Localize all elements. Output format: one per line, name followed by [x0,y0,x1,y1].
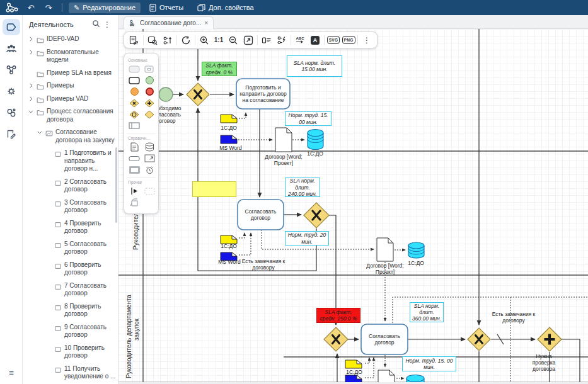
tree-item[interactable]: Процесс согласования договора [23,105,118,126]
palette-document[interactable] [128,142,141,152]
rail-share-nodes-tab[interactable] [3,62,20,78]
tree-item[interactable]: 4 Проверить договор [23,217,118,238]
chevron-right-icon[interactable] [28,82,34,89]
palette-task[interactable] [128,76,141,85]
palette-subprocess-ghost[interactable] [128,64,141,74]
palette-database[interactable] [143,142,156,152]
app-logo-icon[interactable] [4,1,20,14]
palette-start-event[interactable] [143,76,156,85]
rail-roles-tab[interactable] [3,104,20,121]
palette-timer[interactable] [143,165,156,174]
extra-properties-button[interactable]: Доп. свойства [192,3,259,13]
palette-offpage-connector[interactable] [128,198,141,207]
rail-edit-models-tab[interactable] [3,126,20,142]
sla-norm-label-3[interactable]: SLA норм. длит. 360.00 мин. [410,302,444,322]
note-proverka[interactable]: Нужна проверка договора [527,353,561,372]
tree-item[interactable]: Согласование договора на закупку [23,126,118,147]
tree-item[interactable]: 5 Согласовать договор [23,238,118,259]
palette-task-small[interactable] [143,64,156,74]
note-zamechaniya-2[interactable]: Есть замечания к договору [489,311,538,324]
navigate-hierarchy-button[interactable] [160,33,175,47]
gateway-exclusive-3[interactable] [324,327,348,351]
palette-intermediate-event[interactable] [128,87,141,96]
tree-menu-kebab-icon[interactable]: ⋮ [101,20,113,29]
rail-activity-tab[interactable] [3,19,20,35]
rail-users-tab[interactable] [3,40,20,57]
zoom-level-button[interactable]: 1:1 [212,33,226,47]
refresh-button[interactable] [178,33,193,47]
gateway-exclusive-4[interactable] [468,328,490,351]
palette-gateway-plain[interactable] [143,110,156,119]
lane-label[interactable]: Руководитель [132,210,139,250]
tree-item[interactable]: 6 Проверить договор [23,259,118,280]
folder-1c-do-1[interactable] [221,115,237,123]
tree-item[interactable]: Примеры [23,79,118,93]
diagram-canvas[interactable]: Руководитель Руководитель департамента з… [118,29,588,384]
gateway-exclusive-2[interactable] [304,203,329,228]
tree-item[interactable]: 9 Согласовать договор [23,321,118,342]
palette-gateway-exclusive[interactable] [128,98,141,108]
palette-gateway-event[interactable] [128,110,141,119]
text-format-button[interactable]: A [308,33,323,47]
palette-comment[interactable] [143,186,156,196]
palette-end-event[interactable] [143,87,156,96]
palette-external-reference[interactable] [143,154,156,163]
undo-icon[interactable]: ↶ [24,1,38,14]
start-event[interactable] [159,88,173,101]
chevron-right-icon[interactable] [28,36,34,42]
tree-item[interactable]: 11 Получить уведомление о ... [23,363,118,383]
norm-trud-label-2[interactable]: Норм. труд. 20 мин. [285,231,329,246]
zoom-out-button[interactable] [226,33,241,47]
palette-marker[interactable] [128,186,141,196]
tree-item[interactable]: IDEF0-VAD [23,33,118,46]
redo-icon[interactable]: ↷ [42,1,55,14]
export-png-button[interactable]: PNG [341,33,356,47]
sla-fact-label-3[interactable]: SLA факт. средн. 250.0 % [316,308,360,323]
tree-item[interactable]: 7 Согласовать договор [23,280,118,300]
gateway-parallel[interactable] [538,327,562,351]
tree-item[interactable]: 8 Проверить договор [23,300,118,321]
tree-item[interactable]: 2 Согласовать договор [23,176,118,196]
rail-menu-icon[interactable]: ≡ [0,368,23,378]
palette-object-flat[interactable] [128,154,141,163]
palette-lane[interactable] [128,121,141,130]
auto-layout-button[interactable] [274,33,289,47]
diagram-properties-button[interactable] [127,33,142,47]
tree-item[interactable]: Вспомогательные модели [23,46,118,67]
rail-settings-tab[interactable] [3,83,20,99]
document-dogovor-2[interactable] [377,238,393,261]
export-svg-button[interactable]: SVG [326,33,341,47]
database-1c-do-1[interactable] [308,130,323,150]
norm-trud-label-1[interactable]: Норм. труд. 15. 00 мин. [285,111,331,126]
lane-label[interactable]: Руководитель департамента [125,295,132,378]
tree-item[interactable]: 3 Согласовать договор [23,196,118,217]
tree-item[interactable]: Пример SLA на время [23,67,118,80]
lane-label[interactable]: закупок [133,318,140,341]
palette-collapsed-pool[interactable] [128,165,141,174]
sla-norm-label-2[interactable]: SLA норм. длит. 240.00 мин. [285,178,320,197]
sla-fact-label-1[interactable]: SLA факт. средн. 0 % [202,62,237,76]
note-zamechaniya-1[interactable]: Есть замечания к договору [241,258,285,271]
chevron-down-icon[interactable] [28,108,34,115]
search-icon[interactable] [90,19,101,30]
spellcheck-button[interactable]: ABC [292,33,308,47]
sla-norm-label-1[interactable]: SLA норм. длит. 15.00 мин. [287,55,342,77]
chevron-right-icon[interactable] [28,49,34,55]
gateway-exclusive-1[interactable] [187,83,209,106]
edit-mode-button[interactable]: ✎ Редактирование [69,3,141,13]
palette-gateway-parallel[interactable] [143,98,156,108]
zoom-in-button[interactable] [197,33,212,47]
tree-item[interactable]: Примеры VAD [23,93,118,106]
database-1c-do-2[interactable] [408,242,424,258]
chevron-right-icon[interactable] [28,96,34,102]
reports-button[interactable]: Отчеты [144,3,188,13]
norm-trud-label-3[interactable]: Норм. труд. 15. 00 мин. [402,356,456,371]
tab-close-icon[interactable]: × [204,20,208,26]
tree-item[interactable]: 10 Проверить договор [23,342,118,363]
tree-item[interactable]: 1 Подготовить и направить договор н... [23,147,118,176]
toolbar-more-kebab-icon[interactable]: ⋮ [359,33,374,47]
fit-to-screen-button[interactable] [241,33,256,47]
chevron-down-icon[interactable] [37,129,43,135]
folder-msword-1[interactable] [221,135,237,144]
element-list-button[interactable] [259,33,274,47]
